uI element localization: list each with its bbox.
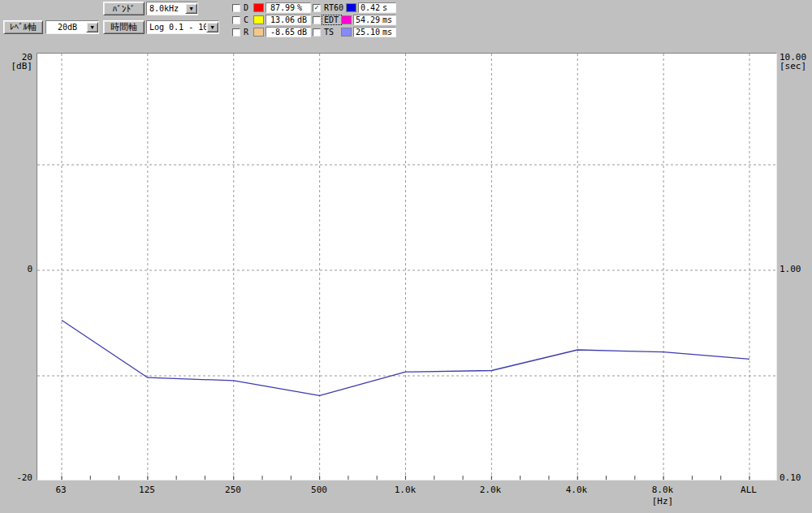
band-select-value: 8.0kHz: [147, 4, 185, 13]
chevron-down-icon[interactable]: ▼: [86, 22, 98, 32]
rt60-label: RT60: [322, 3, 346, 12]
rt60-value-field: 0.42 s: [358, 2, 396, 13]
x-tick-label: 63: [41, 485, 81, 495]
d-value-field: 87.99 %: [266, 2, 311, 13]
r-value: -8.65: [268, 28, 295, 37]
ts-value: 25.10: [356, 28, 380, 37]
ts-unit: ms: [382, 28, 394, 37]
edt-value: 54.29: [356, 15, 380, 24]
metrics-panel: D 87.99 % C 13.06 dB R: [232, 1, 396, 37]
x-tick-label: 125: [127, 485, 167, 495]
metric-row-d: D 87.99 %: [232, 2, 311, 13]
x-tick-label: 1.0k: [385, 485, 425, 495]
level-axis-select[interactable]: 20dB ▼: [45, 20, 99, 34]
c-value: 13.06: [268, 15, 295, 24]
rt60-chart: [37, 54, 776, 480]
y-left-tick-mid: 0: [0, 264, 32, 274]
c-value-field: 13.06 dB: [266, 15, 311, 25]
edt-value-field: 54.29 ms: [353, 15, 396, 25]
ts-label: TS: [322, 28, 341, 37]
y-right-axis-unit: [sec]: [780, 61, 812, 71]
metric-row-rt60: ✓ RT60 0.42 s: [313, 2, 396, 13]
r-unit: dB: [297, 28, 309, 37]
y-right-tick-mid: 1.00: [780, 264, 812, 274]
level-axis-select-value: 20dB: [46, 23, 86, 32]
edt-color-swatch: [341, 15, 352, 24]
x-axis-unit: [Hz]: [642, 496, 683, 507]
metric-row-c: C 13.06 dB: [232, 15, 311, 25]
x-tick-label: ALL: [728, 485, 769, 495]
time-axis-select[interactable]: Log 0.1 - 10sec ▼: [146, 20, 219, 34]
edt-label: EDT: [322, 15, 341, 24]
rt60-value: 0.42: [361, 3, 380, 12]
x-tick-label: 2.0k: [470, 485, 511, 495]
d-label: D: [242, 3, 253, 12]
x-tick-label: 4.0k: [556, 485, 597, 495]
ts-value-field: 25.10 ms: [353, 27, 396, 37]
band-select[interactable]: 8.0kHz ▼: [146, 2, 198, 15]
edt-unit: ms: [382, 15, 394, 24]
y-right-tick-min: 0.10: [780, 472, 812, 483]
r-label: R: [242, 28, 253, 37]
d-unit: %: [297, 3, 309, 12]
ts-color-swatch: [341, 28, 352, 37]
level-axis-button[interactable]: ﾚﾍﾞﾙ軸: [3, 20, 43, 34]
d-checkbox[interactable]: [232, 4, 240, 12]
ts-checkbox[interactable]: [313, 28, 321, 37]
rt60-unit: s: [382, 3, 394, 12]
time-axis-button[interactable]: 時間軸: [103, 20, 145, 34]
rt60-color-swatch: [346, 3, 356, 12]
chevron-down-icon[interactable]: ▼: [185, 3, 197, 14]
c-color-swatch: [253, 15, 264, 24]
metric-row-r: R -8.65 dB: [232, 27, 311, 37]
plot-area: [37, 53, 777, 481]
metric-row-edt: EDT 54.29 ms: [313, 15, 396, 25]
d-color-swatch: [253, 3, 264, 12]
d-value: 87.99: [268, 3, 295, 12]
x-tick-label: 8.0k: [642, 485, 683, 495]
r-checkbox[interactable]: [232, 28, 240, 37]
r-value-field: -8.65 dB: [266, 27, 311, 37]
x-ticks: [62, 476, 749, 480]
chevron-down-icon[interactable]: ▼: [206, 22, 218, 32]
gridlines: [37, 54, 776, 480]
c-label: C: [242, 15, 253, 24]
y-left-axis-unit: [dB]: [0, 61, 32, 71]
x-tick-label: 500: [299, 485, 339, 495]
band-button[interactable]: ﾊﾞﾝﾄﾞ: [103, 2, 145, 15]
x-tick-label: 250: [213, 485, 253, 495]
metric-row-ts: TS 25.10 ms: [313, 27, 396, 37]
time-axis-select-value: Log 0.1 - 10sec: [147, 23, 206, 32]
c-unit: dB: [297, 15, 309, 24]
r-color-swatch: [253, 28, 264, 37]
y-left-tick-min: -20: [0, 472, 32, 483]
rt60-checkbox[interactable]: ✓: [313, 4, 321, 12]
acoustic-analyzer-window: ﾊﾞﾝﾄﾞ 8.0kHz ▼ ﾚﾍﾞﾙ軸 20dB ▼ 時間軸 Log 0.1 …: [0, 0, 812, 513]
c-checkbox[interactable]: [232, 16, 240, 24]
edt-checkbox[interactable]: [313, 16, 321, 24]
